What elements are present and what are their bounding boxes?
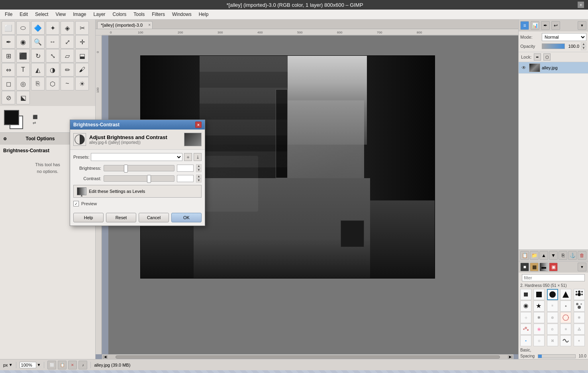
tab-close-btn[interactable]: ×: [148, 23, 151, 27]
brightness-up-btn[interactable]: ▲: [196, 164, 202, 168]
brushes-panel-menu-btn[interactable]: ▼: [578, 263, 586, 271]
brightness-slider-thumb[interactable]: [124, 165, 128, 173]
menu-edit[interactable]: Edit: [16, 10, 31, 18]
menu-image[interactable]: Image: [70, 10, 89, 18]
brush-item-14[interactable]: [560, 312, 571, 323]
duplicate-layer-btn[interactable]: ⎘: [559, 251, 567, 260]
window-close-button[interactable]: ×: [578, 2, 584, 8]
menu-windows[interactable]: Windows: [169, 10, 195, 18]
pencil-tool[interactable]: ✏: [61, 63, 74, 77]
contrast-up-btn[interactable]: ▲: [196, 175, 202, 179]
presets-select[interactable]: [91, 153, 182, 161]
brush-item-5[interactable]: [574, 289, 585, 300]
presets-delete-btn[interactable]: ⤓: [194, 153, 202, 161]
brush-item-18[interactable]: ✿: [547, 324, 558, 335]
paintbrush-tool[interactable]: 🖌: [75, 63, 89, 77]
panel-menu-btn[interactable]: ▼: [578, 21, 586, 30]
undo-history-btn[interactable]: ↩: [551, 21, 560, 30]
raise-layer-btn[interactable]: ▲: [539, 251, 548, 260]
brush-item-8[interactable]: ⠿: [547, 300, 558, 312]
brush-filter-input[interactable]: [522, 274, 585, 281]
brush-item-4[interactable]: [560, 289, 571, 300]
flip-tool[interactable]: ⇔: [2, 63, 15, 77]
desaturate-tool[interactable]: ⊘: [2, 91, 15, 104]
contrast-slider-thumb[interactable]: [147, 175, 151, 183]
lower-layer-btn[interactable]: ▼: [549, 251, 558, 260]
menu-select[interactable]: Select: [32, 10, 51, 18]
brush-item-12[interactable]: ✼: [533, 312, 545, 323]
layer-mode-select[interactable]: Normal: [542, 33, 586, 41]
unit-selector[interactable]: px ▼: [3, 363, 13, 367]
opacity-slider[interactable]: [542, 43, 565, 49]
brush-item-3[interactable]: [547, 289, 558, 300]
brush-item-20[interactable]: ⁂: [574, 324, 585, 335]
brush-item-9[interactable]: ✦: [560, 300, 571, 312]
eraser-tool[interactable]: ◻: [2, 77, 15, 90]
clone-tool[interactable]: ⎘: [31, 77, 45, 90]
channels-panel-btn[interactable]: 📊: [531, 21, 539, 30]
bc-dialog-close-btn[interactable]: ×: [195, 122, 202, 128]
brush-item-22[interactable]: ⊙: [533, 335, 545, 346]
brush-item-23[interactable]: ⌘: [547, 335, 558, 346]
zoom-tool[interactable]: 🔍: [31, 35, 45, 49]
brush-item-10[interactable]: [574, 300, 585, 312]
brightness-down-btn[interactable]: ▼: [196, 168, 202, 172]
fuzzy-select-tool[interactable]: ✦: [46, 21, 59, 35]
opacity-up-btn[interactable]: ▲: [581, 42, 586, 46]
brush-item-25[interactable]: ⁕: [574, 335, 585, 346]
menu-view[interactable]: View: [52, 10, 69, 18]
contrast-value-input[interactable]: 39: [177, 175, 194, 182]
brush-item-21[interactable]: 🔹: [520, 335, 531, 346]
swap-colors-icon[interactable]: ⇄: [33, 121, 37, 125]
smudge-tool[interactable]: ~: [61, 77, 74, 90]
menu-file[interactable]: File: [2, 10, 16, 18]
zoom-input[interactable]: [20, 362, 36, 368]
perspective-tool[interactable]: ⬓: [75, 49, 89, 63]
rotate-tool[interactable]: ↻: [31, 49, 45, 63]
menu-filters[interactable]: Filters: [149, 10, 168, 18]
layer-item-alley[interactable]: 👁 alley.jpg: [519, 62, 588, 74]
brush-gradients-btn[interactable]: ▬: [539, 263, 548, 271]
warp-transform-tool[interactable]: ⤢: [61, 35, 74, 49]
opacity-down-btn[interactable]: ▼: [581, 46, 586, 50]
ellipse-select-tool[interactable]: ⬭: [16, 21, 30, 35]
brush-item-16[interactable]: [520, 324, 531, 335]
free-select-tool[interactable]: 🔷: [31, 21, 45, 35]
foreground-color-swatch[interactable]: [4, 110, 19, 125]
presets-add-btn[interactable]: +: [184, 153, 192, 161]
bc-help-btn[interactable]: Help: [73, 213, 104, 222]
bc-reset-btn[interactable]: Reset: [106, 213, 136, 222]
layers-panel-btn[interactable]: ≡: [520, 21, 529, 30]
reset-colors-icon[interactable]: ⬛: [33, 115, 37, 119]
heal-tool[interactable]: ⬡: [46, 77, 59, 90]
brush-item-24[interactable]: [560, 335, 571, 346]
edit-as-levels-btn[interactable]: Edit these Settings as Levels: [73, 185, 202, 198]
layer-visibility-toggle[interactable]: 👁: [520, 64, 527, 71]
scroll-left-btn[interactable]: ◀: [103, 355, 108, 359]
scissors-select-tool[interactable]: ✂: [75, 21, 89, 35]
align-tool[interactable]: ⊞: [2, 49, 15, 63]
brush-item-2[interactable]: [533, 289, 545, 300]
crop-tool[interactable]: ⬛: [16, 49, 30, 63]
horizontal-scrollbar[interactable]: ◀ ▶: [102, 354, 514, 359]
brush-item-19[interactable]: ❄: [560, 324, 571, 335]
brush-patterns-btn[interactable]: ▦: [530, 263, 539, 271]
canvas-tab-alley[interactable]: *[alley] (imported)-3.0 ×: [97, 21, 153, 29]
status-icon-4[interactable]: ♪: [78, 361, 87, 369]
airbrush-tool[interactable]: ◎: [16, 77, 30, 90]
color-picker-tool[interactable]: ◉: [16, 35, 30, 49]
move-tool[interactable]: ✛: [75, 35, 89, 49]
bc-ok-btn[interactable]: OK: [171, 213, 202, 222]
select-by-color-tool[interactable]: ◈: [61, 21, 74, 35]
rect-select-tool[interactable]: ⬜: [2, 21, 15, 35]
brush-item-6[interactable]: [520, 300, 531, 312]
brush-presets-btn[interactable]: ■: [520, 263, 529, 271]
new-layer-group-btn[interactable]: 📁: [530, 251, 539, 260]
scrollbar-thumb-h[interactable]: [116, 355, 500, 359]
brush-item-17[interactable]: 🌸: [533, 324, 545, 335]
brightness-value-input[interactable]: -38: [177, 165, 194, 172]
brush-palettes-btn[interactable]: ▣: [549, 263, 558, 271]
brush-item-15[interactable]: ❋: [574, 312, 585, 323]
path-tool[interactable]: ✒: [2, 35, 15, 49]
anchor-layer-btn[interactable]: ⚓: [568, 251, 577, 260]
